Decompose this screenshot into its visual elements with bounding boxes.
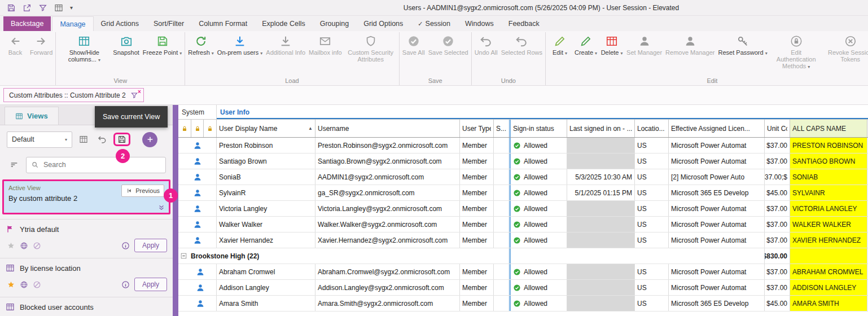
cell-s[interactable] — [494, 201, 511, 216]
cell-s[interactable] — [494, 296, 511, 311]
cell-location[interactable]: US — [635, 264, 669, 279]
cell-last-signin[interactable] — [567, 264, 635, 279]
column-header-location[interactable]: Locatio... — [635, 120, 669, 137]
cell-unit-cost[interactable]: $37.00 — [765, 201, 790, 216]
row-header[interactable] — [178, 280, 217, 295]
cell-signin-status[interactable]: Allowed — [511, 138, 567, 153]
cell-all-caps[interactable]: ABRAHAM CROMWEL — [790, 264, 867, 279]
row-header[interactable] — [178, 217, 217, 232]
cell-signin-status[interactable]: Allowed — [511, 153, 567, 169]
search-input[interactable] — [42, 160, 161, 169]
cell-signin-status[interactable]: Allowed — [511, 264, 567, 279]
user-row-victoria-langley[interactable]: Victoria LangleyVictoria.Langley@sygx2.o… — [178, 201, 868, 217]
cell-all-caps[interactable]: PRESTON ROBINSON — [790, 138, 867, 153]
column-header-last_signin[interactable]: Last signed in on - ... — [567, 120, 635, 137]
cell-location[interactable]: US — [635, 280, 669, 295]
cell-username[interactable]: Preston.Robinson@sygx2.onmicrosoft.com — [315, 138, 460, 153]
revoke-session-tokens-button[interactable]: Revoke Session Tokens — [823, 33, 868, 63]
cell-username[interactable]: Amara.Smith@sygx2.onmicrosoft.com — [315, 296, 460, 311]
cell-display-name[interactable]: Santiago Brown — [217, 153, 315, 169]
cell-s[interactable] — [494, 280, 511, 295]
reset-password-button[interactable]: Reset Password ▾ — [717, 33, 769, 57]
save-all-button[interactable]: Save All — [401, 33, 427, 56]
cell-unit-cost[interactable]: [2]$37.00;$ — [765, 169, 790, 185]
clear-filter-icon[interactable]: × — [130, 91, 138, 99]
user-row-addison-langley[interactable]: Addison LangleyAddison.Langley@sygx2.onm… — [178, 280, 868, 296]
cell-location[interactable]: US — [635, 153, 669, 169]
cell-license[interactable]: [2] Microsoft Power Auto — [669, 169, 765, 185]
cell-all-caps[interactable]: SANTIAGO BROWN — [790, 153, 867, 169]
cell-location[interactable]: US — [635, 169, 669, 185]
freeze-point-button[interactable]: Freeze Point ▾ — [141, 33, 183, 57]
cell-user-type[interactable]: Member — [460, 185, 494, 200]
show-hide-columns-button[interactable]: Show/Hide columns... ▾ — [57, 33, 111, 64]
cell-display-name[interactable]: Preston Robinson — [217, 138, 315, 153]
group-row-brookstone-high-22[interactable]: Brookstone High (22)$830.00 — [178, 248, 868, 264]
row-header[interactable] — [178, 296, 217, 311]
cell-license[interactable]: Microsoft Power Automat — [669, 201, 765, 216]
cell-display-name[interactable]: Xavier Hernandez — [217, 232, 315, 248]
cell-signin-status[interactable]: Allowed — [511, 169, 567, 185]
previous-view-button[interactable]: Previous — [121, 185, 164, 197]
cell-unit-cost[interactable]: $37.00 — [765, 280, 790, 295]
additional-info-button[interactable]: Additional Info — [264, 33, 307, 56]
cell-unit-cost[interactable]: $37.00 — [765, 232, 790, 248]
create-button[interactable]: Create ▾ — [573, 33, 599, 57]
cell-username[interactable]: Addison.Langley@sygx2.onmicrosoft.com — [315, 280, 460, 295]
column-header-license[interactable]: Effective Assigned Licen... — [669, 120, 765, 137]
cell-unit-cost[interactable]: $37.00 — [765, 217, 790, 232]
cell-username[interactable]: ga_SR@sygx2.onmicrosoft.com — [315, 185, 460, 200]
cell-user-type[interactable]: Member — [460, 169, 494, 185]
cell-unit-cost[interactable]: $37.00 — [765, 153, 790, 169]
filter-views-button[interactable] — [7, 157, 21, 172]
user-row-soniab[interactable]: SoniaBAADMIN1@sygx2.onmicrosoft.comMembe… — [178, 169, 868, 185]
row-header[interactable] — [178, 232, 217, 248]
cell-s[interactable] — [494, 264, 511, 279]
cell-all-caps[interactable] — [790, 248, 867, 264]
scope-globe-button[interactable] — [20, 280, 28, 288]
tab-grid-options[interactable]: Grid Options — [356, 16, 410, 31]
sharing-button[interactable] — [33, 241, 41, 249]
compare-columns-button[interactable] — [76, 132, 91, 147]
cell-unit-cost[interactable]: $45.00 — [765, 185, 790, 200]
cell-user-type[interactable]: Member — [460, 138, 494, 153]
row-header[interactable] — [178, 185, 217, 200]
column-header-username[interactable]: Username — [315, 120, 460, 137]
cell-user-type[interactable]: Member — [460, 201, 494, 216]
cell-license[interactable]: Microsoft 365 E5 Develop — [669, 296, 765, 311]
tab-column-format[interactable]: Column Format — [191, 16, 255, 31]
cell-license[interactable]: Microsoft Power Automat — [669, 232, 765, 248]
tab-views[interactable]: Views — [5, 107, 59, 125]
column-group-user-info[interactable]: User Info — [217, 105, 868, 119]
cell-display-name[interactable]: Addison Langley — [217, 280, 315, 295]
user-row-preston-robinson[interactable]: Preston RobinsonPreston.Robinson@sygx2.o… — [178, 138, 868, 153]
save-current-view-button[interactable] — [113, 133, 130, 146]
cell-signin-status[interactable]: Allowed — [511, 217, 567, 232]
view-item-blocked-user-accounts[interactable]: Blocked user accountsApply — [0, 297, 173, 316]
row-header[interactable] — [178, 264, 217, 279]
delete-button[interactable]: Delete ▾ — [599, 33, 625, 57]
back-button[interactable]: Back — [2, 33, 28, 56]
cell-username[interactable]: Victoria.Langley@sygx2.onmicrosoft.com — [315, 201, 460, 216]
row-header[interactable] — [178, 169, 217, 185]
cell-location[interactable]: US — [635, 185, 669, 200]
cell-user-type[interactable]: Member — [460, 296, 494, 311]
column-header-rowheader[interactable] — [178, 120, 217, 137]
cell-display-name[interactable]: SoniaB — [217, 169, 315, 185]
apply-view-button[interactable]: Apply — [134, 239, 167, 252]
user-row-xavier-hernandez[interactable]: Xavier HernandezXavier.Hernandez@sygx2.o… — [178, 232, 868, 248]
on-prem-users-button[interactable]: On-prem users ▾ — [216, 33, 264, 57]
columns-button[interactable] — [54, 3, 63, 12]
row-header[interactable] — [178, 153, 217, 169]
scope-globe-button[interactable] — [20, 241, 28, 249]
forward-button[interactable]: Forward — [28, 33, 54, 56]
user-row-abraham-cromwel[interactable]: Abraham CromwelAbraham.Cromwel@sygx2.onm… — [178, 264, 868, 280]
sidebar-splitter[interactable] — [173, 105, 178, 316]
tab-manage[interactable]: Manage — [52, 16, 93, 31]
undo-all-button[interactable]: Undo All — [473, 33, 499, 56]
cell-last-signin[interactable] — [567, 201, 635, 216]
cell-last-signin[interactable] — [567, 153, 635, 169]
cell-license[interactable]: Microsoft Power Automat — [669, 280, 765, 295]
tab-session[interactable]: ✓Session — [410, 16, 458, 31]
cell-signin-status[interactable]: Allowed — [511, 185, 567, 200]
